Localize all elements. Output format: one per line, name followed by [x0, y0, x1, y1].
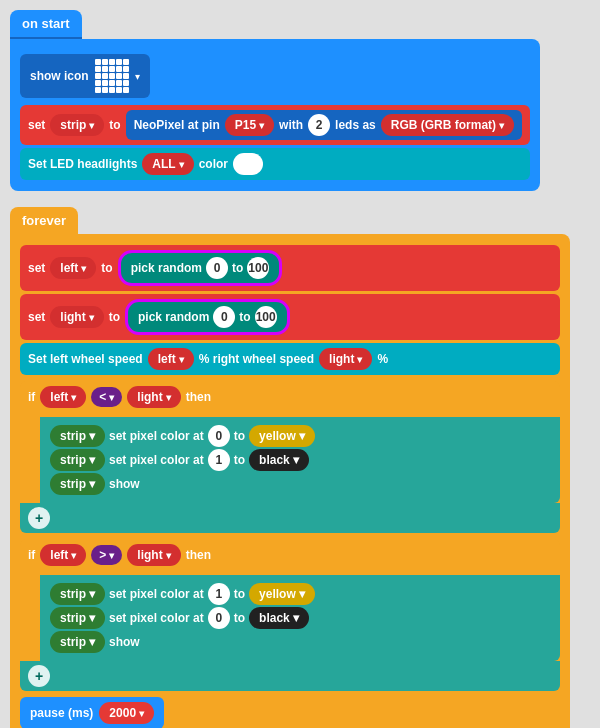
if1-then-label: then: [186, 390, 211, 404]
format-dropdown[interactable]: RGB (GRB format) ▾: [381, 114, 514, 136]
leds-count: 2: [308, 114, 330, 136]
set-wheel-label: Set left wheel speed: [28, 352, 143, 366]
pick-random-light[interactable]: pick random 0 to 100: [125, 299, 290, 335]
set-left-row: set left ▾ to pick random 0 to 100: [20, 245, 560, 291]
if1-light-var[interactable]: light ▾: [127, 386, 180, 408]
pick-random-left[interactable]: pick random 0 to 100: [118, 250, 283, 286]
all-dropdown[interactable]: ALL ▾: [142, 153, 193, 175]
pause-row: pause (ms) 2000 ▾: [20, 697, 560, 728]
if1-pixel-1: strip ▾ set pixel color at 1 to black ▾: [50, 449, 550, 471]
if1-index-1: 1: [208, 449, 230, 471]
percent2-label: %: [377, 352, 388, 366]
pause-label: pause (ms): [30, 706, 93, 720]
if1-set-pixel-label-1: set pixel color at: [109, 429, 204, 443]
neopixel-label: NeoPixel at pin: [134, 118, 220, 132]
set-light-row: set light ▾ to pick random 0 to 100: [20, 294, 560, 340]
if1-header: if left ▾ < ▾ light ▾ then: [20, 381, 560, 413]
on-start-body: show icon: [10, 39, 540, 191]
if2-show: strip ▾ show: [50, 631, 550, 653]
show-icon-label: show icon: [30, 69, 89, 83]
wheel-speed-row: Set left wheel speed left ▾ % right whee…: [20, 343, 560, 375]
if1-plus-btn[interactable]: +: [28, 507, 50, 529]
if1-show-label: show: [109, 477, 140, 491]
set-label-left: set: [28, 261, 45, 275]
forever-label: forever: [22, 213, 66, 228]
strip-dropdown[interactable]: strip ▾: [50, 114, 104, 136]
pause-value-dropdown[interactable]: 2000 ▾: [99, 702, 154, 724]
on-start-label: on start: [22, 16, 70, 31]
to-val-light: 100: [255, 306, 277, 328]
show-icon-arrow[interactable]: ▾: [135, 71, 140, 82]
on-start-section: on start show icon: [10, 10, 590, 191]
if2-plus-btn[interactable]: +: [28, 665, 50, 687]
if1-black-1[interactable]: black ▾: [249, 449, 309, 471]
if2-strip-1[interactable]: strip ▾: [50, 583, 105, 605]
if2-pixel-1: strip ▾ set pixel color at 1 to yellow ▾: [50, 583, 550, 605]
pin-dropdown[interactable]: P15 ▾: [225, 114, 274, 136]
if2-set-pixel-label-2: set pixel color at: [109, 611, 204, 625]
if1-strip-3[interactable]: strip ▾: [50, 473, 105, 495]
if2-index-1: 1: [208, 583, 230, 605]
if1-block: if left ▾ < ▾ light ▾ then: [20, 381, 560, 533]
if2-then-label: then: [186, 548, 211, 562]
left-wheel-dropdown[interactable]: left ▾: [148, 348, 194, 370]
set-label-light: set: [28, 310, 45, 324]
leds-as-label: leds as: [335, 118, 376, 132]
if1-pixel-0: strip ▾ set pixel color at 0 to yellow ▾: [50, 425, 550, 447]
if2-block: if left ▾ > ▾ light ▾ then: [20, 539, 560, 691]
if2-strip-3[interactable]: strip ▾: [50, 631, 105, 653]
if2-body: strip ▾ set pixel color at 1 to yellow ▾…: [40, 575, 560, 661]
if2-strip-2[interactable]: strip ▾: [50, 607, 105, 629]
if1-compare-op[interactable]: < ▾: [91, 387, 122, 407]
neopixel-block[interactable]: NeoPixel at pin P15 ▾ with 2 leds as RGB…: [126, 110, 522, 140]
show-icon-row: show icon: [20, 51, 530, 101]
if1-body: strip ▾ set pixel color at 0 to yellow ▾…: [40, 417, 560, 503]
forever-section: forever set left ▾ to pick random 0 to 1…: [10, 207, 590, 728]
if2-left-var[interactable]: left ▾: [40, 544, 86, 566]
if2-compare-op[interactable]: > ▾: [91, 545, 122, 565]
show-icon-block[interactable]: show icon: [20, 54, 150, 98]
set-led-row: Set LED headlights ALL ▾ color: [20, 148, 530, 180]
grid-icon: [95, 59, 129, 93]
color-swatch[interactable]: [233, 153, 263, 175]
on-start-header: on start: [10, 10, 82, 39]
if1-yellow-1[interactable]: yellow ▾: [249, 425, 315, 447]
forever-body: set left ▾ to pick random 0 to 100 set l…: [10, 234, 570, 728]
if2-light-var[interactable]: light ▾: [127, 544, 180, 566]
with-label: with: [279, 118, 303, 132]
if1-set-pixel-label-2: set pixel color at: [109, 453, 204, 467]
if1-strip-1[interactable]: strip ▾: [50, 425, 105, 447]
set-label: set: [28, 118, 45, 132]
if2-yellow-1[interactable]: yellow ▾: [249, 583, 315, 605]
to-label-light: to: [109, 310, 120, 324]
light-var-dropdown[interactable]: light ▾: [50, 306, 103, 328]
set-strip-row: set strip ▾ to NeoPixel at pin P15 ▾ wit…: [20, 105, 530, 145]
percent1-label: % right wheel speed: [199, 352, 314, 366]
to-label-left: to: [101, 261, 112, 275]
if2-show-label: show: [109, 635, 140, 649]
if2-index-0: 0: [208, 607, 230, 629]
if2-black-1[interactable]: black ▾: [249, 607, 309, 629]
if2-if-label: if: [28, 548, 35, 562]
if2-pixel-0: strip ▾ set pixel color at 0 to black ▾: [50, 607, 550, 629]
if2-set-pixel-label-1: set pixel color at: [109, 587, 204, 601]
left-var-dropdown[interactable]: left ▾: [50, 257, 96, 279]
if2-header: if left ▾ > ▾ light ▾ then: [20, 539, 560, 571]
if2-plus-row: +: [20, 661, 560, 691]
if1-strip-2[interactable]: strip ▾: [50, 449, 105, 471]
if1-plus-row: +: [20, 503, 560, 533]
if1-to-1: to: [234, 429, 245, 443]
to-label: to: [109, 118, 120, 132]
pause-value: 2000: [109, 706, 136, 720]
if2-to-2: to: [234, 611, 245, 625]
if1-to-2: to: [234, 453, 245, 467]
set-led-label: Set LED headlights: [28, 157, 137, 171]
to-val-left: 100: [247, 257, 269, 279]
pause-block[interactable]: pause (ms) 2000 ▾: [20, 697, 164, 728]
forever-header: forever: [10, 207, 78, 234]
if1-show: strip ▾ show: [50, 473, 550, 495]
light-wheel-dropdown[interactable]: light ▾: [319, 348, 372, 370]
if1-if-label: if: [28, 390, 35, 404]
from-val-light: 0: [213, 306, 235, 328]
if1-left-var[interactable]: left ▾: [40, 386, 86, 408]
